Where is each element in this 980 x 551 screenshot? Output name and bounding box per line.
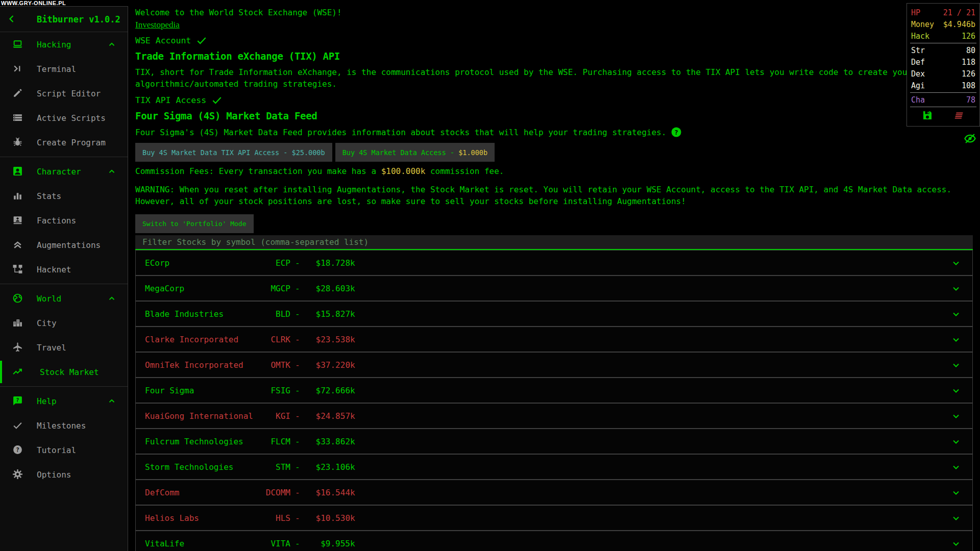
sidebar-item-factions[interactable]: Factions — [0, 208, 128, 233]
question-circle-icon: ? — [12, 444, 23, 455]
stock-row-dcomm[interactable]: DefCommDCOMM-$16.544k — [135, 480, 973, 505]
stock-row-mgcp[interactable]: MegaCorpMGCP-$28.603k — [135, 276, 973, 301]
sidebar-item-create-program[interactable]: Create Program — [0, 130, 128, 155]
sidebar-group-label: World — [37, 294, 61, 304]
stock-row-fsig[interactable]: Four SigmaFSIG-$72.666k — [135, 378, 973, 403]
sidebar-item-stock-market[interactable]: Stock Market — [0, 360, 128, 384]
sidebar-group-character[interactable]: Character — [0, 159, 128, 184]
stock-dash: - — [295, 539, 300, 548]
stock-row-vita[interactable]: VitaLifeVITA-$9.955k — [135, 531, 973, 551]
svg-text:?: ? — [674, 129, 678, 136]
stock-price: $9.955k — [300, 539, 355, 548]
stock-row-hls[interactable]: Helios LabsHLS-$10.530k — [135, 505, 973, 531]
stock-filter-input[interactable] — [135, 235, 973, 250]
tix-paragraph: TIX, short for Trade Information eXchang… — [135, 66, 957, 90]
sidebar-group-help[interactable]: ?Help — [0, 389, 128, 413]
stock-name: MegaCorp — [145, 284, 265, 293]
chevron-down-icon — [951, 488, 961, 498]
chevron-down-icon — [951, 513, 961, 523]
buy-4s-label: Buy 4S Market Data Access - — [342, 148, 459, 157]
chevron-left-icon[interactable] — [7, 14, 17, 24]
stat-def: Def118 — [911, 56, 975, 68]
tix-access-row: TIX API Access — [135, 94, 980, 106]
sidebar-item-stats[interactable]: Stats — [0, 184, 128, 208]
stock-price: $37.220k — [300, 360, 355, 370]
purchase-buttons: Buy 4S Market Data TIX API Access - $25.… — [135, 143, 980, 162]
overview-divider — [910, 92, 976, 93]
stock-price: $10.530k — [300, 513, 355, 523]
stock-dash: - — [295, 411, 300, 421]
wse-account-label: WSE Account — [135, 36, 191, 45]
chevron-down-icon — [951, 335, 961, 345]
buy-tix-api-button[interactable]: Buy 4S Market Data TIX API Access - $25.… — [135, 143, 332, 162]
sidebar-item-active-scripts[interactable]: Active Scripts — [0, 106, 128, 130]
stock-row-flcm[interactable]: Fulcrum TechnologiesFLCM-$33.862k — [135, 429, 973, 454]
sidebar-item-label: Tutorial — [37, 445, 76, 455]
wse-account-row: WSE Account — [135, 35, 980, 46]
stock-name: ECorp — [145, 258, 265, 268]
chevron-down-icon — [951, 309, 961, 319]
stock-row-stm[interactable]: Storm TechnologiesSTM-$23.106k — [135, 454, 973, 480]
sidebar-group-hacking[interactable]: Hacking — [0, 32, 128, 57]
stock-symbol: FSIG — [265, 386, 290, 395]
portfolio-mode-button[interactable]: Switch to 'Portfolio' Mode — [135, 214, 254, 233]
stock-row-ecp[interactable]: ECorpECP-$18.728k — [135, 250, 973, 276]
city-icon — [12, 317, 23, 328]
sidebar-item-augmentations[interactable]: Augmentations — [0, 233, 128, 257]
sidebar-item-terminal[interactable]: Terminal — [0, 57, 128, 81]
sidebar-item-options[interactable]: Options — [0, 462, 128, 487]
stock-name: DefComm — [145, 488, 265, 497]
globe-icon — [12, 293, 23, 304]
sidebar-header: Bitburner v1.0.2 — [0, 7, 128, 32]
stock-price: $15.827k — [300, 309, 355, 319]
contacts-icon — [12, 215, 23, 226]
app-title: Bitburner v1.0.2 — [37, 14, 120, 24]
chevron-up-icon — [107, 396, 116, 406]
trending-up-icon — [12, 366, 23, 377]
sidebar-item-label: Create Program — [37, 138, 106, 147]
stock-symbol: DCOMM — [265, 488, 290, 497]
sidebar-item-label: Hacknet — [37, 265, 71, 274]
stock-symbol: HLS — [265, 513, 290, 523]
filter-wrap — [135, 235, 980, 250]
check-icon — [12, 420, 23, 431]
welcome-text: Welcome to the World Stock Exchange (WSE… — [135, 6, 980, 17]
bug-icon — [12, 137, 23, 147]
stock-name: Helios Labs — [145, 513, 265, 523]
stock-row-clrk[interactable]: Clarke IncorporatedCLRK-$23.538k — [135, 327, 973, 352]
sidebar-item-milestones[interactable]: Milestones — [0, 413, 128, 438]
sidebar-divider — [0, 284, 128, 284]
stat-label: Dex — [911, 69, 925, 79]
eye-off-icon[interactable] — [963, 132, 977, 145]
stat-value: 126 — [962, 69, 975, 79]
sidebar-divider — [0, 157, 128, 157]
scripts-icon — [12, 112, 23, 123]
chevron-down-icon — [951, 284, 961, 294]
stat-hack: Hack126 — [911, 30, 975, 42]
sidebar-item-hacknet[interactable]: Hacknet — [0, 257, 128, 282]
sidebar-group-world[interactable]: World — [0, 286, 128, 311]
site-watermark: WWW.GRY-ONLINE.PL — [1, 0, 66, 6]
help-icon[interactable]: ? — [671, 127, 682, 138]
kill-scripts-icon[interactable] — [954, 110, 965, 121]
stock-price: $16.544k — [300, 488, 355, 497]
stat-value: 78 — [966, 95, 975, 105]
save-icon[interactable] — [922, 110, 933, 121]
stock-row-omtk[interactable]: OmniTek IncorporatedOMTK-$37.220k — [135, 352, 973, 378]
sidebar-item-tutorial[interactable]: ?Tutorial — [0, 438, 128, 462]
stock-symbol: ECP — [265, 258, 290, 268]
buy-4s-data-button[interactable]: Buy 4S Market Data Access - $1.000b — [335, 143, 495, 162]
investopedia-link[interactable]: Investopedia — [135, 20, 180, 30]
sidebar-item-city[interactable]: City — [0, 311, 128, 335]
stock-name: VitaLife — [145, 539, 265, 548]
stat-value: 118 — [962, 58, 975, 67]
stat-label: Str — [911, 46, 925, 55]
stock-row-bld[interactable]: Blade IndustriesBLD-$15.827k — [135, 301, 973, 327]
stock-row-kgi[interactable]: KuaiGong InternationalKGI-$24.857k — [135, 403, 973, 429]
sidebar-item-label: Augmentations — [37, 240, 101, 250]
sidebar-item-travel[interactable]: Travel — [0, 335, 128, 360]
stock-price: $72.666k — [300, 386, 355, 395]
stock-price: $23.106k — [300, 462, 355, 472]
chevron-down-icon — [951, 258, 961, 268]
sidebar-item-script-editor[interactable]: Script Editor — [0, 81, 128, 106]
